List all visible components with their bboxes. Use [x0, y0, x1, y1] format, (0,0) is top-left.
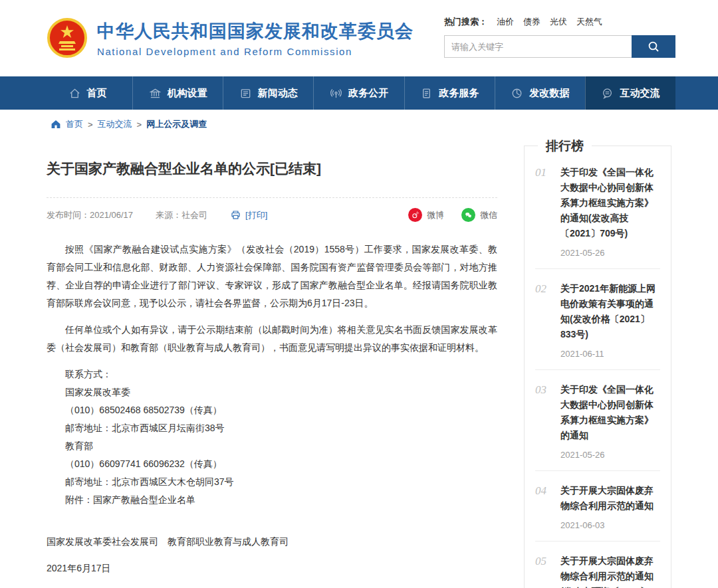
contact-phone-ndrc: （010）68502468 68502739（传真） [47, 401, 497, 419]
site-title-cn: 中华人民共和国国家发展和改革委员会 [97, 19, 414, 43]
contact-org-ndrc: 国家发展改革委 [47, 383, 497, 401]
site-title-group: 中华人民共和国国家发展和改革委员会 National Development a… [97, 19, 414, 57]
wechat-icon [461, 208, 475, 222]
page-title: 关于国家产教融合型企业名单的公示[已结束] [47, 159, 497, 178]
search-input[interactable] [444, 35, 632, 58]
ranking-item-date: 2021-06-11 [560, 349, 660, 359]
print-button[interactable]: [打印] [230, 209, 267, 221]
hot-keyword-oil[interactable]: 油价 [497, 16, 514, 28]
nav-item-data[interactable]: 发改数据 [495, 76, 585, 110]
search-bar [444, 35, 675, 58]
share-wechat-button[interactable]: 微信 [461, 208, 497, 222]
nav-item-label: 首页 [87, 87, 107, 100]
share-wechat-label: 微信 [480, 209, 497, 221]
list-item: 03 关于印发《全国一体化大数据中心协同创新体系算力枢纽实施方案》的通知 202… [535, 371, 660, 471]
nav-item-home[interactable]: 首页 [43, 76, 132, 110]
share-weibo-label: 微博 [427, 209, 444, 221]
article-body: 按照《国家产教融合建设试点实施方案》（发改社会（2019）1558号）工作要求，… [47, 241, 497, 577]
ranking-item-link[interactable]: 关于开展大宗固体废弃物综合利用示范的通知(发改办环资〔2021〕438号) [560, 553, 660, 588]
home-icon [68, 87, 81, 100]
nav-item-label: 互动交流 [620, 87, 659, 100]
weibo-icon [408, 208, 422, 222]
hot-keyword-bond[interactable]: 债券 [523, 16, 540, 28]
printer-icon [230, 209, 241, 221]
breadcrumb-current: 网上公示及调查 [146, 118, 207, 130]
breadcrumb-home[interactable]: 首页 [66, 118, 83, 130]
main-nav: 首页 机构设置 新闻动态 政务公开 政务服务 发改数据 互动交流 [0, 76, 718, 110]
ranking-box: 排行榜 01 关于印发《全国一体化大数据中心协同创新体系算力枢纽实施方案》的通知… [524, 146, 671, 588]
search-button[interactable] [632, 35, 675, 58]
sidebar: 排行榜 01 关于印发《全国一体化大数据中心协同创新体系算力枢纽实施方案》的通知… [524, 146, 671, 588]
paragraph: 按照《国家产教融合建设试点实施方案》（发改社会（2019）1558号）工作要求，… [47, 241, 497, 312]
contact-org-moe: 教育部 [47, 437, 497, 455]
rank-number: 05 [535, 553, 552, 588]
paragraph: 任何单位或个人如有异议，请于公示期结束前（以邮戳时间为准）将相关意见实名书面反馈… [47, 321, 497, 357]
breadcrumb-separator: > [137, 120, 142, 130]
header-search-area: 热门搜索： 油价 债券 光伏 天然气 [444, 16, 675, 58]
site-header: 中华人民共和国国家发展和改革委员会 National Development a… [0, 0, 718, 76]
nav-item-label: 发改数据 [529, 87, 569, 100]
list-item: 01 关于印发《全国一体化大数据中心协同创新体系算力枢纽实施方案》的通知(发改高… [535, 165, 660, 269]
nav-item-label: 机构设置 [168, 87, 207, 100]
print-label: [打印] [245, 209, 267, 221]
nav-item-label: 政务服务 [439, 87, 479, 100]
rank-number: 03 [535, 382, 552, 460]
publish-date: 发布时间：2021/06/17 [47, 209, 133, 221]
institution-icon [149, 87, 162, 100]
ranking-item-date: 2021-05-26 [560, 450, 660, 460]
national-emblem-icon [47, 17, 88, 58]
nav-item-label: 新闻动态 [258, 87, 298, 100]
ranking-item-link[interactable]: 关于2021年新能源上网电价政策有关事项的通知(发改价格〔2021〕833号) [560, 281, 660, 342]
nav-item-interaction[interactable]: 互动交流 [585, 76, 675, 110]
signature-line: 国家发展改革委社会发展司 教育部职业教育与成人教育司 [47, 533, 497, 551]
chat-icon [601, 87, 614, 100]
breadcrumb-interaction[interactable]: 互动交流 [98, 118, 132, 130]
share-weibo-button[interactable]: 微博 [408, 208, 444, 222]
data-icon [511, 87, 523, 100]
broadcast-icon [330, 87, 342, 100]
nav-item-news[interactable]: 新闻动态 [223, 76, 313, 110]
rank-number: 04 [535, 483, 552, 530]
search-icon [647, 40, 660, 53]
breadcrumb-separator: > [88, 120, 93, 130]
list-item: 05 关于开展大宗固体废弃物综合利用示范的通知(发改办环资〔2021〕438号)… [535, 543, 660, 588]
ranking-item-link[interactable]: 关于印发《全国一体化大数据中心协同创新体系算力枢纽实施方案》的通知 [560, 382, 660, 443]
ranking-title: 排行榜 [538, 138, 592, 155]
ranking-item-link[interactable]: 关于印发《全国一体化大数据中心协同创新体系算力枢纽实施方案》的通知(发改高技〔2… [560, 165, 660, 241]
list-item: 04 关于开展大宗固体废弃物综合利用示范的通知 2021-06-03 [535, 472, 660, 541]
article-meta: 发布时间：2021/06/17 来源：社会司 [打印] 微博 [47, 198, 497, 231]
nav-item-gov-service[interactable]: 政务服务 [404, 76, 495, 110]
hot-search: 热门搜索： 油价 债券 光伏 天然气 [444, 16, 675, 28]
site-logo[interactable]: 中华人民共和国国家发展和改革委员会 National Development a… [47, 17, 414, 58]
news-icon [239, 87, 252, 100]
content-area: 关于国家产教融合型企业名单的公示[已结束] 发布时间：2021/06/17 来源… [0, 138, 718, 588]
hot-search-label: 热门搜索： [444, 16, 487, 28]
contact-phone-moe: （010）66097741 66096232（传真） [47, 455, 497, 473]
rank-number: 01 [535, 165, 552, 258]
document-icon [420, 87, 433, 100]
share-group: 微博 微信 [408, 208, 497, 222]
ranking-item-date: 2021-05-26 [560, 248, 660, 258]
hot-keyword-pv[interactable]: 光伏 [550, 16, 567, 28]
ranking-item-link[interactable]: 关于开展大宗固体废弃物综合利用示范的通知 [560, 483, 660, 514]
site-title-en: National Development and Reform Commissi… [97, 46, 414, 57]
contact-address-moe: 邮寄地址：北京市西城区大木仓胡同37号 [47, 473, 497, 491]
breadcrumb: 首页 > 互动交流 > 网上公示及调查 [0, 110, 718, 138]
nav-item-institution[interactable]: 机构设置 [132, 76, 223, 110]
article-date-line: 2021年6月17日 [47, 559, 497, 577]
attachment-note: 附件：国家产教融合型企业名单 [47, 491, 497, 509]
list-item: 02 关于2021年新能源上网电价政策有关事项的通知(发改价格〔2021〕833… [535, 270, 660, 370]
contact-heading: 联系方式： [47, 365, 497, 383]
nav-item-label: 政务公开 [348, 87, 388, 100]
article-source: 来源：社会司 [156, 209, 207, 221]
ranking-item-date: 2021-06-03 [560, 520, 660, 530]
contact-address-ndrc: 邮寄地址：北京市西城区月坛南街38号 [47, 419, 497, 437]
article: 关于国家产教融合型企业名单的公示[已结束] 发布时间：2021/06/17 来源… [47, 138, 497, 588]
breadcrumb-home-icon [51, 119, 61, 130]
nav-item-gov-open[interactable]: 政务公开 [313, 76, 404, 110]
rank-number: 02 [535, 281, 552, 359]
hot-keyword-gas[interactable]: 天然气 [576, 16, 602, 28]
